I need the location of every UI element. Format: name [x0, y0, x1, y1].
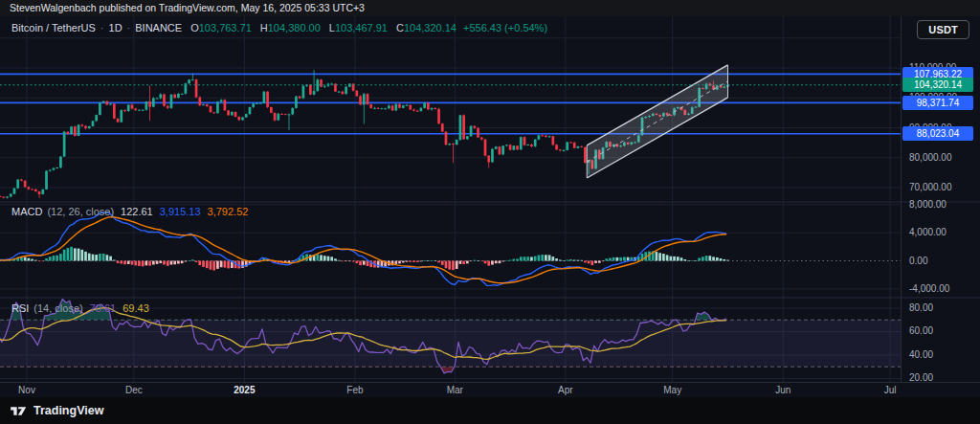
macd-params: (12, 26, close) — [47, 206, 114, 217]
price-axis-tick: 80,000.00 — [909, 152, 952, 164]
macd-hist-bar — [569, 259, 572, 261]
macd-hist-bar — [512, 259, 515, 261]
macd-hist-bar — [45, 258, 48, 261]
macd-hist-bar — [491, 261, 494, 265]
macd-hist-bar — [145, 261, 148, 266]
macd-hist-bar — [598, 261, 601, 263]
time-axis-label: Apr — [558, 385, 573, 395]
tradingview-logo[interactable]: TradingView — [11, 404, 103, 417]
macd-hist-bar — [526, 257, 529, 260]
macd-hist-bar — [134, 261, 137, 266]
macd-hist-bar — [398, 261, 401, 264]
macd-hist-bar — [677, 257, 679, 260]
macd-hist-bar — [716, 257, 719, 261]
price-axis-tick: 4,000.00 — [909, 227, 947, 238]
legend-separator: · — [100, 22, 104, 33]
rsi-legend: RSI(14, close)70.6169.43 — [11, 302, 149, 314]
macd-hist-bar — [220, 261, 223, 268]
macd-hist-bar — [484, 261, 487, 264]
macd-hist-bar — [495, 261, 498, 264]
macd-hist-bar — [683, 259, 686, 260]
low-label: L103,467.91 — [329, 22, 388, 33]
macd-hist-bar — [431, 260, 434, 261]
price-axis-tick: 8,000.00 — [909, 199, 947, 211]
macd-hist-bar — [59, 254, 62, 260]
publisher-bar: StevenWalgenbach published on TradingVie… — [0, 0, 980, 16]
macd-hist-bar — [420, 261, 423, 262]
macd-hist-bar — [588, 261, 590, 264]
time-axis-label: 2025 — [234, 385, 255, 395]
macd-hist-bar — [173, 261, 176, 265]
macd-hist-bar — [394, 261, 397, 264]
macd-hist-bar — [206, 261, 209, 269]
macd-hist-bar — [106, 255, 109, 260]
macd-hist-bar — [323, 256, 326, 260]
macd-hist-bar — [434, 260, 436, 261]
macd-hist-bar — [159, 261, 162, 264]
level-price-label: 98,371.74 — [902, 96, 973, 110]
price-axis[interactable]: 110,000.00100,000.0090,000.0080,000.0070… — [901, 16, 980, 382]
macd-hist-bar — [548, 255, 551, 260]
macd-hist-bar — [109, 257, 112, 261]
macd-hist-bar — [534, 257, 537, 261]
trend-channel[interactable] — [587, 65, 727, 178]
macd-hist-bar — [680, 257, 683, 260]
macd-hist-bar — [427, 260, 430, 261]
macd-hist-bar — [473, 260, 476, 261]
macd-hist-bar — [152, 261, 155, 265]
macd-signal-line — [0, 217, 726, 283]
macd-hist-bar — [412, 261, 415, 262]
macd-hist-bar — [167, 261, 169, 266]
time-axis[interactable]: NovDec2025FebMarAprMayJunJul — [0, 382, 980, 397]
macd-hist-bar — [530, 257, 533, 260]
macd-hist-bar — [623, 257, 626, 261]
macd-hist-bar — [712, 257, 715, 260]
macd-hist-bar — [602, 261, 605, 262]
macd-hist-bar — [666, 255, 669, 260]
currency-toggle-button[interactable]: USDT — [917, 20, 969, 39]
macd-hist-bar — [516, 258, 519, 260]
macd-hist-bar — [452, 261, 455, 271]
tradingview-logo-text: TradingView — [33, 404, 103, 417]
macd-hist-bar — [202, 261, 205, 267]
macd-hist-bar — [445, 261, 448, 269]
macd-hist-bar — [523, 257, 526, 260]
macd-hist-bar — [227, 261, 230, 269]
open-label: O103,763.71 — [190, 22, 252, 33]
chart-area[interactable]: Bitcoin / TetherUS·1D·BINANCEO103,763.71… — [0, 16, 980, 397]
macd-hist-bar — [616, 257, 619, 261]
publisher-text: StevenWalgenbach published on TradingVie… — [10, 2, 365, 13]
macd-hist-bar — [702, 257, 704, 260]
macd-hist-bar — [577, 260, 580, 261]
macd-hist-bar — [658, 253, 661, 260]
macd-hist-bar — [359, 261, 362, 266]
macd-hist-bar — [687, 260, 690, 261]
macd-hist-bar — [74, 248, 77, 260]
macd-hist-bar — [127, 261, 130, 264]
macd-hist-bar — [185, 261, 188, 262]
macd-hist-bar — [698, 258, 701, 261]
price-axis-tick: 40.00 — [909, 349, 933, 361]
macd-hist-bar — [545, 255, 547, 260]
level-price-label: 88,023.04 — [902, 126, 973, 141]
macd-hist-bar — [590, 261, 593, 266]
macd-hist-bar — [53, 256, 56, 260]
legend-separator: · — [127, 22, 131, 33]
macd-hist-bar — [24, 257, 27, 261]
macd-hist-bar — [705, 256, 708, 260]
macd-hist-bar — [416, 261, 419, 262]
time-axis-label: Nov — [18, 385, 35, 395]
macd-hist-bar — [367, 261, 369, 266]
macd-hist-bar — [41, 261, 44, 262]
macd-hist-bar — [334, 258, 337, 260]
time-axis-label: Jun — [775, 385, 791, 395]
macd-hist-bar — [330, 257, 333, 260]
tradingview-published-chart: StevenWalgenbach published on TradingVie… — [0, 0, 980, 424]
macd-hist-bar — [708, 256, 711, 260]
macd-hist-bar — [102, 254, 105, 261]
close-label: C104,320.14 — [396, 22, 457, 33]
macd-hist-bar — [78, 249, 80, 261]
price-axis-tick: -4,000.00 — [909, 283, 949, 295]
macd-hist-bar — [691, 260, 694, 261]
macd-hist-bar — [95, 255, 98, 260]
